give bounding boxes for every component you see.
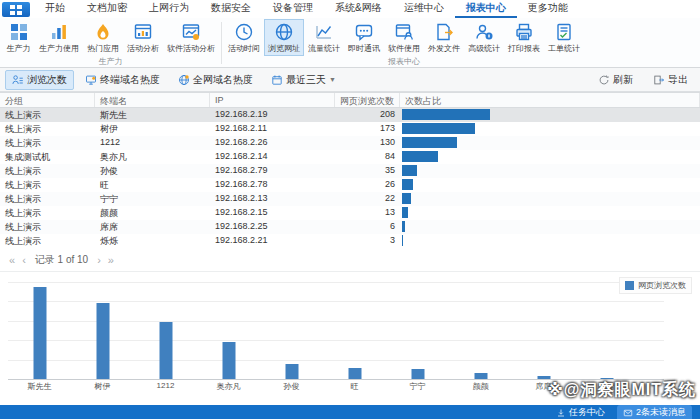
status-bar: 任务中心2条未读消息 [0,405,700,419]
menu-tab-文档加密[interactable]: 文档加密 [76,0,138,18]
chart-bar [222,342,235,379]
ribbon-item-活动时间[interactable]: 活动时间 [224,19,264,56]
ribbon-item-外发文件[interactable]: 外发文件 [424,19,464,56]
percentage-bar [402,123,475,134]
ribbon-item-即时通讯[interactable]: 即时通讯 [344,19,384,56]
pager-first-button[interactable]: « [7,254,17,266]
ribbon-item-label: 浏览网址 [268,43,300,54]
menu-tab-设备管理[interactable]: 设备管理 [262,0,324,18]
cell-ip: 192.168.2.79 [210,164,335,178]
pager-prev-button[interactable]: ‹ [20,254,28,266]
cell-ip: 192.168.2.19 [210,108,335,122]
export-button[interactable]: 导出 [646,70,695,90]
column-chart-icon [49,22,69,42]
table-row[interactable]: 线上演示孙俊192.168.2.7935 [0,164,700,178]
menu-tab-运维中心[interactable]: 运维中心 [393,0,455,18]
percentage-bar [402,193,411,204]
table-row[interactable]: 集成测试机奥亦凡192.168.2.1484 [0,150,700,164]
software-usage-icon [394,22,414,42]
ribbon-item-生产力[interactable]: 生产力 [2,19,35,56]
flame-icon [93,22,113,42]
ribbon-item-打印报表[interactable]: 打印报表 [504,19,544,56]
cell-count: 3 [335,234,400,248]
app-grid-icon [10,5,22,15]
ribbon-item-流量统计[interactable]: 流量统计 [304,19,344,56]
column-header-终端名[interactable]: 终端名 [95,93,210,107]
chart-x-tick-label: 1212 [134,381,197,392]
column-header-IP[interactable]: IP [210,93,335,107]
table-row[interactable]: 线上演示斯先生192.168.2.19208 [0,108,700,122]
ribbon-item-软件使用[interactable]: 软件使用 [384,19,424,56]
menu-tab-开始[interactable]: 开始 [34,0,76,18]
cell-group: 线上演示 [0,164,95,178]
chart-bar-slot [134,282,197,379]
chart-bar-slot [323,282,386,379]
ribbon-item-工单统计[interactable]: 工单统计 [544,19,584,56]
cell-ip: 192.168.2.25 [210,220,335,234]
table-row[interactable]: 线上演示席席192.168.2.256 [0,220,700,234]
cell-group: 线上演示 [0,108,95,122]
ribbon-group-label: 报表中心 [224,56,584,67]
action-label: 导出 [668,73,688,87]
chevron-down-icon: ▼ [329,76,336,83]
menu-tab-更多功能[interactable]: 更多功能 [517,0,579,18]
table-row[interactable]: 线上演示树伊192.168.2.11173 [0,122,700,136]
refresh-button[interactable]: 刷新 [591,70,640,90]
ribbon-item-label: 生产力使用 [39,43,79,54]
table-row[interactable]: 线上演示宁宁192.168.2.1322 [0,192,700,206]
filter-button-最近三天[interactable]: 最近三天▼ [264,70,343,90]
ribbon-item-热门应用[interactable]: 热门应用 [83,19,123,56]
ribbon-item-高级统计[interactable]: >高级统计 [464,19,504,56]
ribbon-group-报表中心: 活动时间浏览网址流量统计即时通讯软件使用外发文件>高级统计打印报表工单统计报表中… [224,19,584,67]
filter-button-全网域名热度[interactable]: 全网域名热度 [171,70,260,90]
filter-button-终端域名热度[interactable]: 终端域名热度 [78,70,167,90]
action-label: 刷新 [613,73,633,87]
cell-group: 线上演示 [0,206,95,220]
work-order-icon [554,22,574,42]
table-row[interactable]: 线上演示颜颜192.168.2.1513 [0,206,700,220]
ribbon-item-label: 软件使用 [388,43,420,54]
pager-next-button[interactable]: › [95,254,103,266]
ribbon-item-浏览网址[interactable]: 浏览网址 [264,19,304,56]
cell-count: 130 [335,136,400,150]
filter-button-浏览次数[interactable]: 浏览次数 [5,70,74,90]
task-center-button[interactable]: 任务中心 [556,406,605,419]
software-analysis-icon [181,22,201,42]
filter-label: 浏览次数 [27,73,67,87]
chart-legend: 网页浏览次数 [619,277,692,294]
cell-ip: 192.168.2.78 [210,178,335,192]
ribbon-item-label: 打印报表 [508,43,540,54]
app-menu-button[interactable] [2,2,30,17]
table-row[interactable]: 线上演示旺192.168.2.7826 [0,178,700,192]
ribbon-item-软件活动分析[interactable]: 软件活动分析 [163,19,219,56]
cell-name: 1212 [95,136,210,150]
cell-percentage-bar [400,206,700,220]
filter-label: 最近三天 [286,73,326,87]
menu-tab-上网行为[interactable]: 上网行为 [138,0,200,18]
chart-bar [600,378,613,379]
ribbon-item-生产力使用[interactable]: 生产力使用 [35,19,83,56]
column-header-次数占比[interactable]: 次数占比 [400,93,700,107]
chart-bar [348,368,361,379]
column-header-网页浏览次数[interactable]: 网页浏览次数 [335,93,400,107]
table-row[interactable]: 线上演示烁烁192.168.2.213 [0,234,700,248]
unread-messages-button[interactable]: 2条未读消息 [617,405,692,419]
pager-last-button[interactable]: » [106,254,116,266]
export-icon [653,74,665,86]
column-header-分组[interactable]: 分组 [0,93,95,107]
cell-name: 席席 [95,220,210,234]
menu-tab-报表中心[interactable]: 报表中心 [455,0,517,18]
menu-tab-数据安全[interactable]: 数据安全 [200,0,262,18]
chart-bar [411,369,424,379]
filter-label: 全网域名热度 [193,73,253,87]
percentage-bar [402,137,457,148]
ribbon-item-label: 活动分析 [127,43,159,54]
cell-name: 奥亦凡 [95,150,210,164]
chart-x-tick-label: 树伊 [71,381,134,392]
ribbon-item-活动分析[interactable]: 活动分析 [123,19,163,56]
ribbon-item-label: 流量统计 [308,43,340,54]
cell-percentage-bar [400,150,700,164]
menu-tab-系统&网络[interactable]: 系统&网络 [324,0,393,18]
table-row[interactable]: 线上演示1212192.168.2.26130 [0,136,700,150]
grid-icon [9,22,29,42]
